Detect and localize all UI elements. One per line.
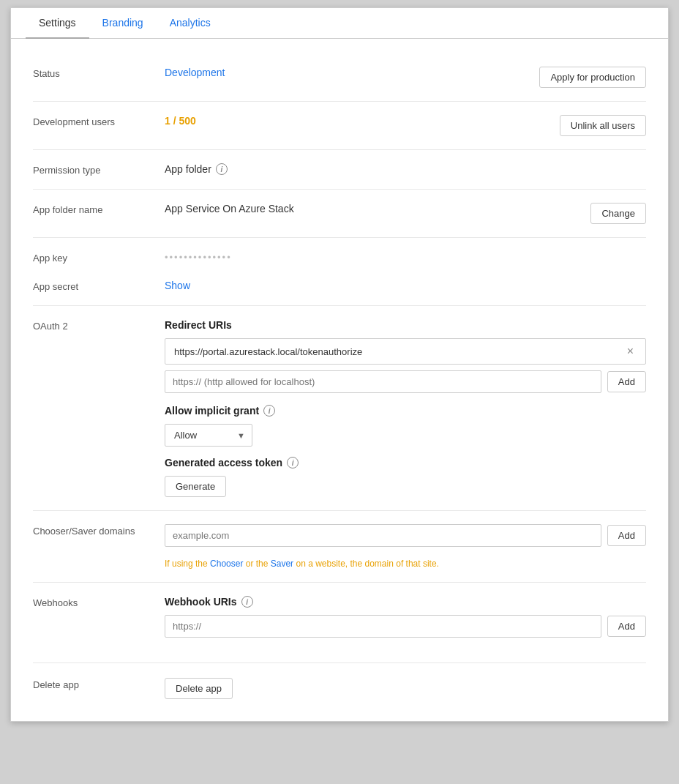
chooser-saver-input[interactable] bbox=[165, 524, 601, 547]
tab-branding[interactable]: Branding bbox=[89, 8, 157, 39]
redirect-uri-input[interactable] bbox=[165, 370, 601, 393]
dev-users-rest: / 500 bbox=[170, 115, 196, 127]
app-secret-show-link[interactable]: Show bbox=[165, 280, 190, 291]
redirect-uri-item: https://portal.azurestack.local/tokenaut… bbox=[165, 338, 646, 365]
generated-token-info-icon[interactable]: i bbox=[287, 457, 299, 468]
app-key-masked: •••••••••••••• bbox=[165, 252, 232, 263]
allow-implicit-grant-title-text: Allow implicit grant bbox=[165, 405, 259, 417]
redirect-uris-title-text: Redirect URIs bbox=[165, 319, 232, 331]
webhook-info-icon[interactable]: i bbox=[241, 596, 253, 608]
app-folder-name-label: App folder name bbox=[33, 203, 165, 215]
allow-implicit-select-wrapper: Allow Deny ▼ bbox=[165, 424, 252, 447]
dev-users-row: Development users 1 / 500 Unlink all use… bbox=[33, 102, 646, 150]
permission-type-info-icon[interactable]: i bbox=[216, 163, 228, 175]
app-key-value: •••••••••••••• bbox=[165, 251, 646, 263]
webhooks-label: Webhooks bbox=[33, 596, 165, 608]
oauth-section: OAuth 2 Redirect URIs https://portal.azu… bbox=[33, 306, 646, 511]
add-redirect-uri-button[interactable]: Add bbox=[607, 371, 646, 392]
status-dev-link[interactable]: Development bbox=[165, 67, 225, 78]
chooser-link[interactable]: Chooser bbox=[210, 559, 243, 569]
webhook-input-row: Add bbox=[165, 615, 646, 638]
redirect-uri-text: https://portal.azurestack.local/tokenaut… bbox=[174, 346, 362, 357]
app-folder-name-text: App Service On Azure Stack bbox=[165, 203, 294, 214]
generated-token-title-text: Generated access token bbox=[165, 457, 282, 468]
saver-link[interactable]: Saver bbox=[271, 559, 293, 569]
app-folder-name-value: App Service On Azure Stack bbox=[165, 203, 590, 214]
app-secret-value: Show bbox=[165, 280, 646, 291]
app-folder-name-row: App folder name App Service On Azure Sta… bbox=[33, 190, 646, 238]
status-action: Apply for production bbox=[539, 67, 646, 88]
permission-type-label: Permission type bbox=[33, 163, 165, 176]
status-value: Development bbox=[165, 67, 539, 78]
app-key-row: App key •••••••••••••• bbox=[33, 238, 646, 266]
redirect-uri-input-row: Add bbox=[165, 370, 646, 393]
apply-production-button[interactable]: Apply for production bbox=[539, 67, 646, 88]
dev-users-highlight: 1 bbox=[165, 115, 170, 127]
chooser-hint-middle: or the bbox=[243, 559, 270, 569]
allow-implicit-grant-section: Allow implicit grant i Allow Deny ▼ bbox=[165, 405, 646, 447]
generated-token-section: Generated access token i Generate bbox=[165, 457, 646, 497]
webhook-uris-title: Webhook URIs i bbox=[165, 596, 646, 608]
generated-token-title: Generated access token i bbox=[165, 457, 646, 468]
generate-token-button[interactable]: Generate bbox=[165, 476, 226, 497]
dev-users-action: Unlink all users bbox=[560, 115, 646, 136]
app-secret-row: App secret Show bbox=[33, 266, 646, 306]
status-row: Status Development Apply for production bbox=[33, 53, 646, 102]
dev-users-count: 1 / 500 bbox=[165, 115, 560, 127]
permission-type-text: App folder bbox=[165, 163, 211, 175]
webhooks-row: Webhooks Webhook URIs i Add bbox=[33, 583, 646, 663]
chooser-hint-after: on a website, the domain of that site. bbox=[293, 559, 439, 569]
app-secret-label: App secret bbox=[33, 280, 165, 292]
status-label: Status bbox=[33, 67, 165, 79]
add-webhook-button[interactable]: Add bbox=[607, 616, 646, 637]
delete-app-button[interactable]: Delete app bbox=[165, 678, 233, 699]
webhook-uri-input[interactable] bbox=[165, 615, 601, 638]
unlink-all-users-button[interactable]: Unlink all users bbox=[560, 115, 646, 136]
app-key-label: App key bbox=[33, 251, 165, 264]
remove-redirect-uri-button[interactable]: × bbox=[624, 345, 637, 358]
webhooks-value: Webhook URIs i Add bbox=[165, 596, 646, 649]
chooser-saver-value: Add If using the Chooser or the Saver on… bbox=[165, 524, 646, 569]
chooser-saver-hint: If using the Chooser or the Saver on a w… bbox=[165, 559, 646, 569]
chooser-hint-before: If using the bbox=[165, 559, 210, 569]
delete-app-row: Delete app Delete app bbox=[33, 663, 646, 706]
permission-type-value: App folder i bbox=[165, 163, 646, 175]
oauth-label: OAuth 2 bbox=[33, 319, 165, 332]
redirect-uris-title: Redirect URIs bbox=[165, 319, 646, 331]
app-window: Settings Branding Analytics Status Devel… bbox=[10, 7, 669, 722]
dev-users-label: Development users bbox=[33, 115, 165, 127]
allow-implicit-grant-info-icon[interactable]: i bbox=[263, 405, 275, 417]
chooser-saver-input-row: Add bbox=[165, 524, 646, 547]
tab-bar: Settings Branding Analytics bbox=[11, 8, 668, 39]
app-folder-name-action: Change bbox=[590, 203, 646, 224]
permission-type-row: Permission type App folder i bbox=[33, 150, 646, 190]
allow-implicit-grant-title: Allow implicit grant i bbox=[165, 405, 646, 417]
tab-analytics[interactable]: Analytics bbox=[157, 8, 224, 39]
add-chooser-saver-button[interactable]: Add bbox=[607, 525, 646, 546]
main-content: Status Development Apply for production … bbox=[11, 39, 668, 721]
chooser-saver-row: Chooser/Saver domains Add If using the C… bbox=[33, 511, 646, 583]
allow-implicit-select[interactable]: Allow Deny bbox=[165, 424, 252, 447]
oauth-content: Redirect URIs https://portal.azurestack.… bbox=[165, 319, 646, 497]
delete-app-value: Delete app bbox=[165, 678, 646, 699]
webhook-uris-title-text: Webhook URIs bbox=[165, 596, 237, 608]
change-folder-button[interactable]: Change bbox=[590, 203, 646, 224]
tab-settings[interactable]: Settings bbox=[26, 8, 89, 39]
chooser-saver-label: Chooser/Saver domains bbox=[33, 524, 165, 537]
delete-app-label: Delete app bbox=[33, 678, 165, 690]
